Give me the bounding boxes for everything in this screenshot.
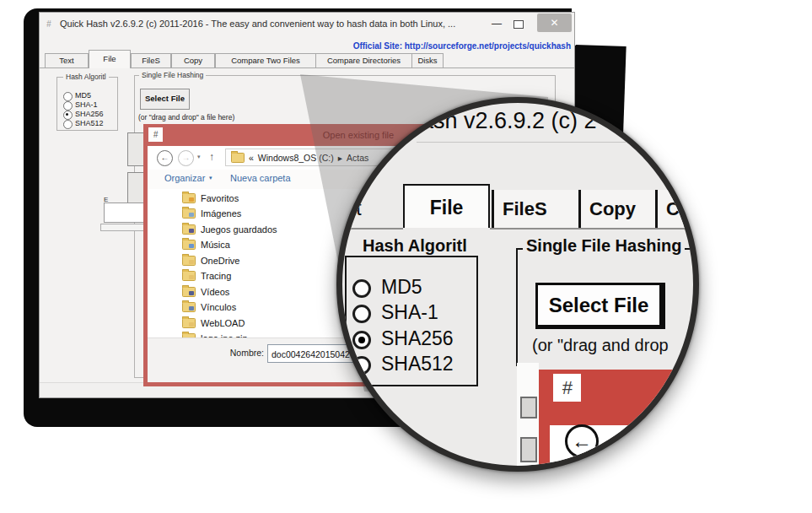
magnified-radio-md5[interactable] xyxy=(352,279,371,298)
page: { "main_window": { "icon": "#", "title":… xyxy=(0,0,812,513)
official-site-link[interactable]: Official Site: http://sourceforge.net/pr… xyxy=(353,41,571,51)
organize-caret-icon: ▾ xyxy=(209,175,212,181)
folder-icon xyxy=(182,256,196,266)
radio-md5[interactable] xyxy=(63,92,73,101)
radio-sha512-label[interactable]: SHA512 xyxy=(75,119,104,127)
magnified-radio-sha1-label[interactable]: SHA-1 xyxy=(381,301,438,324)
radio-sha256-label[interactable]: SHA256 xyxy=(75,110,104,118)
magnified-hash-label: Hash Algoritl xyxy=(359,236,471,256)
folder-icon xyxy=(182,302,196,312)
folder-icon xyxy=(182,240,196,250)
magnified-field-fragment xyxy=(520,437,537,462)
magnified-dialog-border xyxy=(539,425,550,472)
maximize-button[interactable] xyxy=(514,20,524,29)
magnified-back-icon[interactable]: ← xyxy=(565,424,599,458)
tab-compare-directories[interactable]: Compare Directories xyxy=(315,53,412,68)
forward-icon[interactable]: → xyxy=(178,150,194,166)
tab-compare-two-files[interactable]: Compare Two Files xyxy=(215,53,316,68)
hash-algorithm-label: Hash Algoritl xyxy=(63,73,109,81)
window-title: Quick Hash v2.6.9.2 (c) 2011-2016 - The … xyxy=(60,19,455,29)
new-folder-button[interactable]: Nueva carpeta xyxy=(230,173,291,183)
magnified-field-fragment xyxy=(520,397,537,418)
filename-label: Nombre: xyxy=(198,348,264,358)
radio-sha256[interactable] xyxy=(63,111,73,120)
tab-files[interactable]: FileS xyxy=(131,53,171,68)
folder-icon xyxy=(182,271,196,281)
tab-copy[interactable]: Copy xyxy=(171,53,215,68)
field-fragment-bar xyxy=(100,224,148,231)
folder-icon xyxy=(182,208,196,219)
folder-icon xyxy=(182,287,196,297)
folder-icon xyxy=(182,318,196,328)
magnified-single-groupbox-left xyxy=(516,248,518,366)
magnified-drag-drop-hint: (or "drag and drop xyxy=(532,336,669,355)
close-button[interactable]: ✕ xyxy=(537,14,572,32)
history-dropdown-icon[interactable]: ▾ xyxy=(197,154,201,160)
minimize-button[interactable]: — xyxy=(492,18,502,30)
magnified-tab-compare[interactable]: C xyxy=(655,190,699,228)
single-file-label: Single File Hashing xyxy=(139,71,206,79)
app-icon: # xyxy=(46,19,51,29)
magnified-divider xyxy=(417,142,699,143)
radio-sha512[interactable] xyxy=(63,120,73,129)
tab-file[interactable]: File xyxy=(89,50,131,68)
up-icon[interactable]: ↑ xyxy=(209,151,214,163)
magnified-tab-file[interactable]: File xyxy=(403,184,490,228)
magnified-tab-files[interactable]: FileS xyxy=(492,190,578,228)
magnifier-lens: hash v2.6.9.2 (c) 2 ext File FileS Copy … xyxy=(336,97,699,472)
tab-disks[interactable]: Disks xyxy=(411,53,444,68)
magnified-tabstrip-baseline xyxy=(490,228,699,230)
select-file-button[interactable]: Select File xyxy=(140,89,190,110)
magnified-radio-sha512-label[interactable]: SHA512 xyxy=(381,353,454,375)
magnified-tab-copy[interactable]: Copy xyxy=(578,190,655,228)
folder-icon xyxy=(182,193,196,203)
magnified-radio-sha256-label[interactable]: SHA256 xyxy=(381,327,454,350)
tab-text[interactable]: Text xyxy=(45,53,89,68)
page-background-patch xyxy=(572,3,610,46)
folder-icon xyxy=(231,153,245,163)
magnified-dialog-icon: # xyxy=(553,374,581,402)
folder-icon xyxy=(182,224,196,235)
breadcrumb-prefix[interactable]: « xyxy=(249,153,254,163)
back-icon[interactable]: ← xyxy=(157,150,173,166)
radio-sha1[interactable] xyxy=(63,101,73,111)
organize-menu[interactable]: Organizar xyxy=(164,173,205,183)
magnified-radio-sha1[interactable] xyxy=(352,305,371,323)
dialog-app-icon: # xyxy=(148,127,163,142)
magnified-radio-md5-label[interactable]: MD5 xyxy=(381,276,422,299)
field-fragment-input[interactable] xyxy=(104,202,144,223)
radio-sha1-label[interactable]: SHA-1 xyxy=(75,100,98,109)
magnified-single-label: Single File Hashing xyxy=(523,236,685,256)
magnified-select-file-button[interactable]: Select File xyxy=(535,283,665,329)
magnified-tabstrip-baseline xyxy=(342,228,403,230)
drag-drop-hint: (or "drag and drop" a file here) xyxy=(138,113,234,122)
radio-md5-label[interactable]: MD5 xyxy=(75,91,91,100)
magnified-radio-sha256[interactable] xyxy=(352,331,371,349)
